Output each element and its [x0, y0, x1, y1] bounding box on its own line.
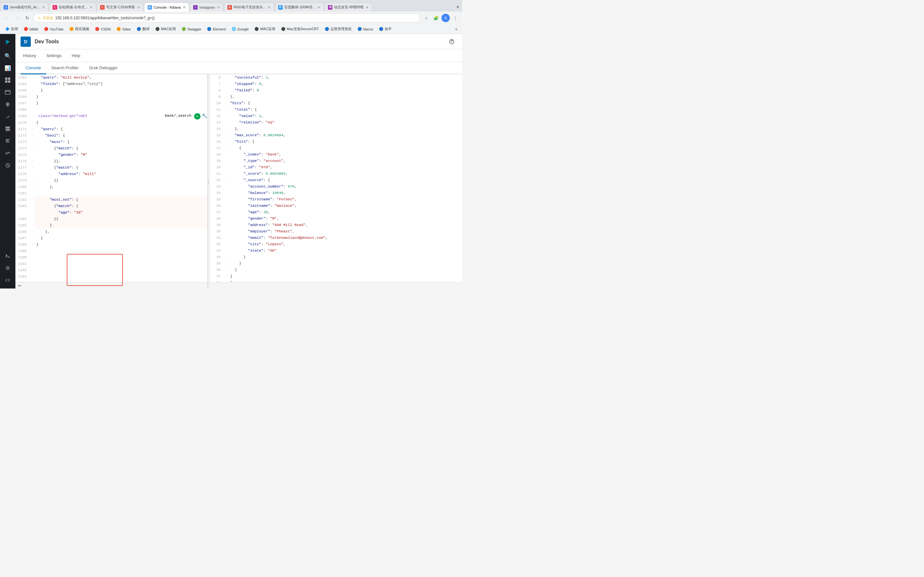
forward-button[interactable]: →	[13, 14, 21, 22]
extensions-button[interactable]: 🧩	[432, 14, 440, 22]
line-arrow[interactable]: -	[224, 260, 229, 267]
line-arrow[interactable]: -	[30, 126, 35, 132]
tab-console[interactable]: Console	[21, 62, 46, 74]
nav-help[interactable]: Help	[69, 52, 83, 59]
browser-tab-tab6[interactable]: R RNG电子竞技俱乐... ✕	[224, 3, 274, 11]
profile-button[interactable]: A	[441, 14, 450, 22]
refresh-button[interactable]: ↻	[23, 14, 31, 22]
bookmark-11[interactable]: ⚫MAC应用	[252, 26, 278, 32]
nav-settings[interactable]: Settings	[44, 52, 64, 59]
tab-grok-debugger[interactable]: Grok Debugger	[84, 62, 123, 74]
line-arrow[interactable]: -	[224, 126, 229, 132]
line-arrow[interactable]: -	[224, 93, 229, 100]
line-arrow[interactable]: -	[224, 279, 229, 282]
line-arrow[interactable]: -	[224, 254, 229, 260]
line-arrow[interactable]: -	[30, 100, 35, 106]
line-arrow[interactable]: -	[224, 267, 229, 273]
tab-close-tab7[interactable]: ✕	[317, 5, 320, 10]
bookmark-7[interactable]: ⚫MAC应用	[153, 26, 178, 32]
help-button[interactable]	[447, 37, 457, 47]
wrench-button[interactable]: 🔧	[202, 113, 207, 119]
sidebar-item-apm[interactable]	[2, 147, 13, 159]
bookmark-5[interactable]: 🟠Gitee	[114, 26, 133, 32]
request-line-28: 2190	[15, 254, 207, 261]
line-arrow[interactable]: -	[224, 139, 229, 145]
line-arrow[interactable]: -	[30, 203, 35, 210]
line-arrow[interactable]: -	[30, 184, 35, 190]
bookmark-3[interactable]: 🟠西瓜视频	[67, 26, 92, 32]
sidebar-item-canvas[interactable]	[2, 87, 13, 98]
sidebar-item-management[interactable]	[2, 262, 13, 274]
line-arrow[interactable]: -	[30, 222, 35, 229]
tab-close-tab2[interactable]: ✕	[89, 5, 93, 10]
tab-close-tab5[interactable]: ✕	[217, 5, 220, 10]
expand-button[interactable]: ⇔	[18, 284, 21, 288]
browser-tab-tab1[interactable]: J Java基础代码_Ac... ✕	[0, 3, 49, 11]
bookmark-14[interactable]: 🔵Nacos	[355, 26, 376, 32]
sidebar-item-ml[interactable]	[2, 111, 13, 122]
browser-tab-tab4[interactable]: K Console - Kibana ✕	[144, 3, 189, 11]
sidebar-item-discover[interactable]: 🔍	[2, 50, 13, 61]
request-editor[interactable]: 2163 "query": "mill movlcp", 2164 "field…	[15, 74, 207, 282]
bookmark-12[interactable]: ⚫Mac安装SecureCRT	[278, 26, 321, 32]
url-bar[interactable]: ⚠ 不安全 192.168.0.102:5601/app/kibana#/dev…	[33, 13, 420, 23]
bookmark-0[interactable]: 🔷应用	[3, 26, 21, 32]
bookmark-6[interactable]: 🔵翻译	[134, 26, 152, 32]
browser-tab-tab2[interactable]: C 谷粒商城-分布式... ✕	[49, 3, 96, 11]
tab-close-tab1[interactable]: ✕	[42, 5, 45, 10]
run-button[interactable]: ▶	[194, 113, 200, 119]
line-arrow[interactable]: -	[30, 139, 35, 145]
response-editor[interactable]: 6 "successful": 1, 7 "skipped": 0, 8 "fa…	[210, 74, 462, 282]
bookmark-15[interactable]: 🔵知乎	[376, 26, 394, 32]
line-arrow[interactable]: -	[224, 106, 229, 113]
back-button[interactable]: ←	[3, 14, 11, 22]
sidebar-expand-button[interactable]	[2, 274, 13, 286]
sidebar-item-uptime[interactable]	[2, 160, 13, 171]
line-number: 2164	[15, 81, 30, 87]
bookmark-2[interactable]: 🔴YouTube	[41, 26, 66, 32]
bookmark-9[interactable]: 🔵Element	[204, 26, 228, 32]
line-arrow[interactable]: -	[224, 177, 229, 183]
sidebar-item-infrastructure[interactable]	[2, 123, 13, 135]
tab-close-tab3[interactable]: ✕	[137, 5, 140, 10]
bookmark-13[interactable]: 🔵运营管理系统	[322, 26, 354, 32]
more-bookmarks-button[interactable]: »	[453, 26, 459, 32]
line-arrow[interactable]: -	[224, 273, 229, 279]
line-arrow[interactable]: -	[30, 158, 35, 164]
line-arrow[interactable]: -	[30, 132, 35, 139]
bookmark-10[interactable]: 🌐Google	[229, 26, 251, 32]
sidebar-item-logs[interactable]	[2, 135, 13, 147]
line-arrow[interactable]: -	[30, 177, 35, 184]
sidebar-item-devtools[interactable]	[2, 250, 13, 261]
line-arrow[interactable]: -	[30, 229, 35, 235]
sidebar-item-visualize[interactable]: 📊	[2, 62, 13, 74]
sidebar-item-dashboard[interactable]	[2, 74, 13, 86]
browser-tab-tab8[interactable]: 动 动态首页-哔哩哔哩 ✕	[325, 3, 372, 11]
bookmark-4[interactable]: 🔴CSDN	[92, 26, 113, 32]
line-arrow[interactable]: -	[224, 145, 229, 151]
line-arrow[interactable]: -	[30, 216, 35, 222]
tab-close-tab4[interactable]: ✕	[183, 5, 186, 10]
line-arrow[interactable]: -	[30, 235, 35, 242]
browser-tab-tab3[interactable]: C 写文章-CSDN博客 ✕	[97, 3, 144, 11]
browser-tab-tab7[interactable]: 百 百度翻译-200种语... ✕	[275, 3, 324, 11]
line-arrow[interactable]: -	[30, 242, 35, 248]
line-arrow[interactable]: -	[30, 145, 35, 152]
line-arrow[interactable]: -	[30, 197, 35, 203]
browser-tab-tab5[interactable]: I Instagram ✕	[190, 3, 224, 11]
new-tab-button[interactable]: +	[453, 3, 462, 11]
bookmark-8[interactable]: 🟢Swagger	[179, 26, 204, 32]
line-arrow[interactable]: -	[30, 164, 35, 171]
tab-close-tab8[interactable]: ✕	[365, 5, 368, 10]
line-arrow[interactable]: -	[224, 100, 229, 106]
line-arrow[interactable]: -	[30, 119, 35, 126]
tab-close-tab6[interactable]: ✕	[268, 5, 271, 10]
tab-search-profiler[interactable]: Search Profiler	[46, 62, 84, 74]
bookmark-star-button[interactable]: ☆	[422, 14, 431, 22]
bookmark-1[interactable]: 🔴bilibili	[21, 26, 41, 32]
menu-button[interactable]: ⋮	[451, 14, 459, 22]
line-content: }	[35, 87, 207, 93]
line-arrow[interactable]: -	[30, 87, 35, 93]
sidebar-item-maps[interactable]	[2, 99, 13, 110]
nav-history[interactable]: History	[21, 52, 39, 59]
